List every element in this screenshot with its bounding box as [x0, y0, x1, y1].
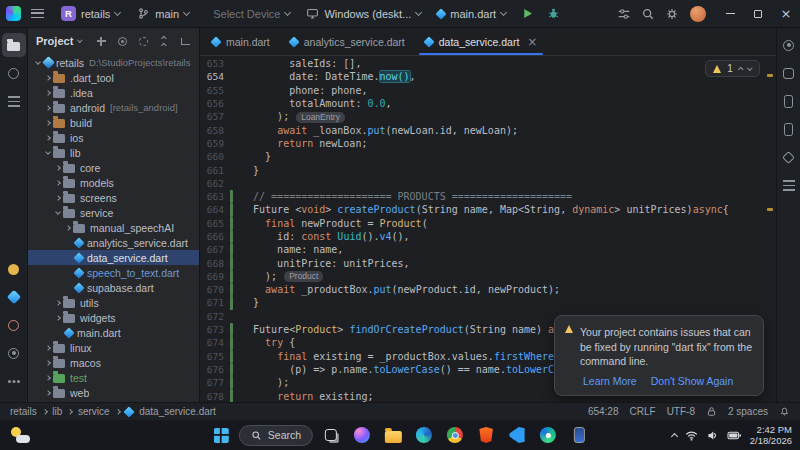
tree-item[interactable]: screens — [28, 190, 199, 205]
file-encoding[interactable]: UTF-8 — [667, 406, 695, 417]
run-button[interactable] — [515, 3, 539, 25]
editor-tab[interactable]: main.dart — [202, 28, 280, 55]
panel-settings-icon[interactable] — [137, 35, 149, 47]
copilot-icon[interactable] — [349, 422, 375, 448]
settings-sliders-icon[interactable] — [612, 3, 636, 25]
studio-icon[interactable] — [535, 422, 561, 448]
profile-avatar[interactable] — [690, 6, 706, 22]
vscode-icon[interactable] — [504, 422, 530, 448]
warning-mark[interactable] — [767, 74, 773, 77]
next-problem-icon[interactable] — [748, 65, 753, 70]
structure-tool-icon[interactable] — [2, 89, 26, 113]
editor[interactable]: 653 saleIds: [],654 date: DateTime.now()… — [200, 56, 776, 402]
running-devices-icon[interactable] — [777, 117, 800, 141]
project-widget[interactable]: R retails — [54, 3, 127, 24]
project-view-selector[interactable]: Project — [36, 35, 82, 47]
more-tools-icon[interactable] — [2, 369, 26, 393]
branch-widget[interactable]: main — [130, 4, 196, 23]
hide-panel-icon[interactable] — [179, 35, 191, 47]
tree-item[interactable]: macos — [28, 355, 199, 370]
tree-item[interactable]: utils — [28, 295, 199, 310]
tree-item[interactable]: supabase.dart — [28, 280, 199, 295]
folder-icon[interactable] — [380, 422, 406, 448]
search-icon[interactable] — [636, 3, 660, 25]
tree-item[interactable]: speech_to_text.dart — [28, 265, 199, 280]
tree-item[interactable]: manual_speechAI — [28, 220, 199, 235]
breadcrumb-item[interactable]: retails — [10, 406, 37, 417]
history-icon[interactable] — [2, 341, 26, 365]
dont-show-again-link[interactable]: Don't Show Again — [651, 375, 734, 387]
emulator-icon[interactable] — [566, 422, 592, 448]
commit-tool-icon[interactable] — [2, 61, 26, 85]
project-tool-icon[interactable] — [2, 33, 26, 57]
tree-item[interactable]: core — [28, 160, 199, 175]
tree-item[interactable]: web — [28, 385, 199, 400]
warning-mark[interactable] — [767, 208, 773, 211]
lock-icon[interactable] — [706, 406, 717, 417]
maximize-button[interactable] — [744, 0, 772, 27]
right-activity-bar — [776, 28, 800, 402]
minimize-button[interactable] — [716, 0, 744, 27]
add-icon[interactable] — [95, 35, 107, 47]
collapse-all-icon[interactable] — [158, 35, 170, 47]
run-configuration-select[interactable]: main.dart — [430, 5, 513, 23]
tree-item[interactable]: service — [28, 205, 199, 220]
breadcrumb-item[interactable]: lib — [52, 406, 62, 417]
select-opened-file-icon[interactable] — [116, 35, 128, 47]
tree-item[interactable]: ios — [28, 130, 199, 145]
tray-overflow-icon[interactable] — [671, 432, 678, 439]
tree-item[interactable]: main.dart — [28, 325, 199, 340]
error-stripe[interactable] — [764, 56, 776, 402]
main-menu-icon[interactable] — [31, 9, 44, 18]
tree-item[interactable]: build — [28, 115, 199, 130]
tree-item[interactable]: analytics_service.dart — [28, 235, 199, 250]
tree-item[interactable]: .dart_tool — [28, 70, 199, 85]
tree-item[interactable]: linux — [28, 340, 199, 355]
close-tab-icon[interactable]: × — [527, 35, 537, 49]
change-marker — [230, 336, 233, 349]
app-quality-icon[interactable] — [2, 313, 26, 337]
weather-widget-icon[interactable] — [10, 427, 30, 443]
editor-tab[interactable]: data_service.dart× — [415, 28, 548, 55]
prev-problem-icon[interactable] — [738, 67, 743, 72]
dart-analysis-icon[interactable] — [2, 257, 26, 281]
tree-item[interactable]: lib — [28, 145, 199, 160]
line-separator[interactable]: CRLF — [630, 406, 656, 417]
breadcrumb-item[interactable]: data_service.dart — [139, 406, 216, 417]
edge-icon[interactable] — [411, 422, 437, 448]
notifications-icon[interactable] — [777, 33, 800, 57]
learn-more-link[interactable]: Learn More — [583, 375, 637, 387]
taskbar-search[interactable]: Search — [239, 425, 313, 446]
debug-button[interactable] — [541, 3, 565, 25]
tree-item[interactable]: widgets — [28, 310, 199, 325]
tree-item[interactable]: data_service.dart — [28, 250, 199, 265]
close-button[interactable]: × — [772, 0, 800, 27]
device-manager-icon[interactable] — [777, 89, 800, 113]
tree-item[interactable]: retailsD:\StudioProjects\retails — [28, 55, 199, 70]
tree-item[interactable]: models — [28, 175, 199, 190]
tree-item[interactable]: .idea — [28, 85, 199, 100]
caret-position[interactable]: 654:28 — [588, 406, 619, 417]
indent-setting[interactable]: 2 spaces — [728, 406, 768, 417]
chrome-icon[interactable] — [442, 422, 468, 448]
device-select[interactable]: Select Device — [206, 5, 297, 23]
settings-gear-icon[interactable] — [660, 3, 684, 25]
flutter-inspector-icon[interactable] — [2, 285, 26, 309]
start-button[interactable] — [208, 422, 234, 448]
tree-item[interactable]: android[retails_android] — [28, 100, 199, 115]
breadcrumb-item[interactable]: service — [78, 406, 110, 417]
taskbar-clock[interactable]: 2:42 PM 2/18/2026 — [750, 424, 792, 446]
build-variants-icon[interactable] — [777, 173, 800, 197]
gradle-icon[interactable] — [777, 61, 800, 85]
brave-icon[interactable] — [473, 422, 499, 448]
target-device-select[interactable]: Windows (deskt... — [299, 4, 428, 23]
volume-icon[interactable] — [706, 429, 719, 442]
taskview-icon[interactable] — [318, 422, 344, 448]
notifications-icon[interactable] — [779, 406, 790, 417]
tree-item[interactable]: test — [28, 370, 199, 385]
inspections-widget[interactable]: 1 — [705, 60, 760, 77]
assistant-icon[interactable] — [777, 145, 800, 169]
editor-tab[interactable]: analytics_service.dart — [280, 28, 415, 55]
wifi-icon[interactable] — [685, 429, 698, 442]
battery-icon[interactable] — [727, 429, 742, 442]
